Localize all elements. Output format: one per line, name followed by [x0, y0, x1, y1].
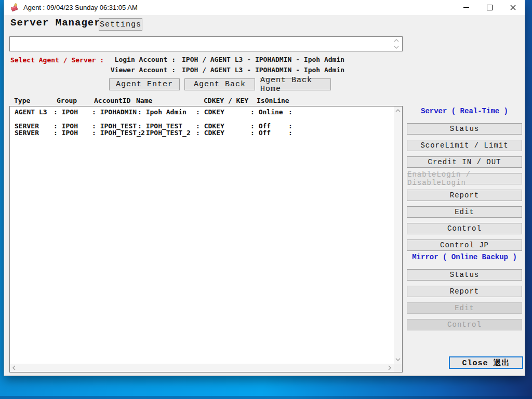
table-row[interactable]: SERVER: IPOH: IPOH_TEST_2: IPOH_TEST_2: …	[10, 129, 393, 136]
app-stamp-icon	[10, 3, 19, 12]
table-cell: : IPOH_TEST	[138, 123, 182, 129]
server-realtime-heading: Server ( Real-Time )	[407, 107, 522, 116]
enablelogin-disablelogin-button: EnableLogin / DisableLogin	[407, 173, 522, 184]
viewer-account-label: Viewer Account :	[4, 66, 176, 74]
server-list[interactable]: AGENT L3: IPOH: IPOHADMIN: Ipoh Admin: C…	[9, 106, 403, 373]
table-cell: : IPOH	[54, 109, 78, 115]
login-account-label: Login Account :	[4, 56, 176, 63]
column-header-accountid: AccountID	[94, 97, 130, 104]
table-cell: : IPOH	[54, 123, 78, 129]
report-button[interactable]: Report	[407, 286, 522, 297]
titlebar: Agent : 09/04/23 Sunday 06:31:05 AM	[4, 0, 525, 15]
agent-back-home-button[interactable]: Agent Back Home	[260, 78, 331, 90]
server-list-rows: AGENT L3: IPOH: IPOHADMIN: Ipoh Admin: C…	[10, 109, 393, 363]
window-title: Agent : 09/04/23 Sunday 06:31:05 AM	[23, 4, 138, 11]
right-panel: Server ( Real-Time ) StatusScoreLimit / …	[407, 107, 522, 330]
status-button[interactable]: Status	[407, 269, 522, 281]
scroll-down-button[interactable]	[394, 355, 402, 364]
table-cell: SERVER	[15, 129, 39, 136]
table-row[interactable]: AGENT L3: IPOH: IPOHADMIN: Ipoh Admin: C…	[10, 109, 393, 115]
agent-enter-button[interactable]: Agent Enter	[109, 78, 180, 90]
mirror-backup-heading: Mirror ( Online Backup )	[407, 253, 522, 262]
control-button: Control	[407, 319, 522, 330]
edit-button[interactable]: Edit	[407, 206, 522, 218]
table-cell: : IPOHADMIN	[92, 109, 137, 115]
edit-button: Edit	[407, 302, 522, 314]
chevron-up-icon	[394, 39, 399, 42]
app-window: Agent : 09/04/23 Sunday 06:31:05 AM Serv…	[4, 0, 525, 376]
table-cell: : IPOH_TEST_2	[92, 129, 145, 136]
table-cell: : IPOH	[54, 129, 78, 136]
table-cell: : IPOH_TEST	[92, 123, 137, 129]
table-cell: : Off	[250, 123, 271, 129]
table-cell: :	[288, 129, 292, 136]
table-cell: SERVER	[15, 123, 39, 129]
message-box-scrollbar[interactable]	[392, 38, 401, 50]
status-button[interactable]: Status	[407, 123, 522, 135]
credit-in-out-button[interactable]: Credit IN / OUT	[407, 156, 522, 168]
table-cell: : CDKEY	[196, 109, 224, 115]
desktop: Agent : 09/04/23 Sunday 06:31:05 AM Serv…	[0, 0, 532, 399]
scroll-up-button[interactable]	[394, 107, 402, 115]
table-header: TypeGroupAccountIDNameCDKEY / KEYIsOnLin…	[9, 97, 403, 104]
table-cell: :	[288, 123, 292, 129]
table-row[interactable]: SERVER: IPOH: IPOH_TEST: IPOH_TEST: CDKE…	[10, 123, 393, 129]
table-cell: : Online	[250, 109, 283, 115]
column-header-group: Group	[57, 97, 77, 104]
agent-back-button[interactable]: Agent Back	[184, 78, 255, 90]
chevron-down-icon	[395, 358, 401, 361]
table-cell: : Off	[250, 129, 271, 136]
viewer-account-value: IPOH / AGENT L3 - IPOHADMIN - Ipoh Admin	[182, 66, 344, 74]
scroll-right-button[interactable]	[385, 364, 394, 372]
column-header-cdkey-key: CDKEY / KEY	[204, 97, 248, 104]
settings-button[interactable]: Settings	[99, 18, 142, 31]
maximize-icon	[487, 5, 493, 10]
login-account-line: Login Account : IPOH / AGENT L3 - IPOHAD…	[4, 56, 399, 63]
table-cell: : IPOH_TEST_2	[138, 129, 191, 136]
chevron-left-icon	[12, 365, 16, 370]
chevron-right-icon	[388, 365, 391, 370]
column-header-type: Type	[14, 97, 30, 104]
minimize-icon	[463, 7, 469, 8]
table-cell: AGENT L3	[15, 109, 47, 115]
table-cell: : CDKEY	[196, 123, 224, 129]
scroll-left-button[interactable]	[10, 364, 18, 372]
table-row-blank	[10, 115, 393, 122]
horizontal-scrollbar[interactable]	[10, 364, 394, 372]
control-button[interactable]: Control	[407, 223, 522, 234]
table-cell: : Ipoh Admin	[138, 109, 187, 115]
column-header-isonline: IsOnLine	[257, 97, 289, 104]
column-header-name: Name	[136, 97, 152, 104]
mirror-panel-buttons: StatusReportEditControl	[407, 269, 522, 330]
control-jp-button[interactable]: Control JP	[407, 240, 522, 251]
table-cell: : CDKEY	[196, 129, 224, 136]
message-box[interactable]	[9, 36, 403, 51]
vertical-scrollbar[interactable]	[394, 107, 402, 364]
scorelimit-limit-button[interactable]: ScoreLimit / Limit	[407, 140, 522, 151]
viewer-account-line: Viewer Account : IPOH / AGENT L3 - IPOHA…	[4, 66, 399, 74]
chevron-down-icon	[394, 46, 399, 49]
report-button[interactable]: Report	[407, 190, 522, 201]
maximize-button[interactable]	[478, 0, 501, 15]
close-button[interactable]: Close 退出	[449, 356, 523, 369]
chevron-up-icon	[395, 109, 401, 112]
close-window-button[interactable]	[501, 0, 525, 15]
table-cell: :	[288, 109, 292, 115]
scrollbar-corner	[394, 364, 402, 372]
window-controls	[455, 0, 525, 15]
close-icon	[510, 5, 516, 10]
server-panel-buttons: StatusScoreLimit / LimitCredit IN / OUTE…	[407, 123, 522, 251]
minimize-button[interactable]	[455, 0, 478, 15]
login-account-value: IPOH / AGENT L3 - IPOHADMIN - Ipoh Admin	[182, 56, 344, 63]
page-title: Server Manager	[10, 17, 101, 29]
